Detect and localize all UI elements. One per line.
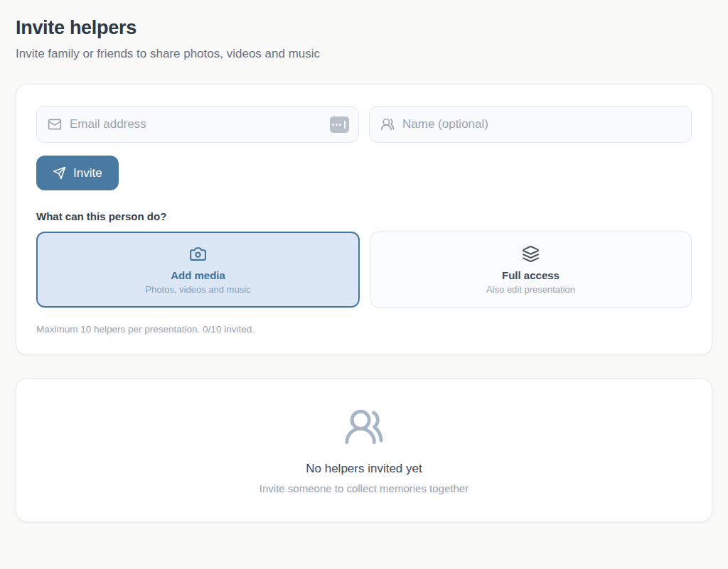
name-input[interactable] [402,117,682,131]
invite-form-card: Invite What can this person do? Add medi… [16,84,712,355]
send-icon [53,166,66,180]
option-add-media[interactable]: Add media Photos, videos and music [36,232,360,308]
helper-limit-note: Maximum 10 helpers per presentation. 0/1… [36,324,692,335]
helpers-list-card: No helpers invited yet Invite someone to… [16,378,712,522]
invite-button-label: Invite [73,166,102,180]
empty-state-subtitle: Invite someone to collect memories toget… [259,482,469,494]
name-field-wrapper [369,106,692,143]
permission-options: Add media Photos, videos and music Full … [36,232,692,308]
camera-icon [189,245,207,263]
autofill-icon[interactable] [330,116,349,133]
option-full-access[interactable]: Full access Also edit presentation [370,232,692,308]
option-title: Full access [502,269,560,281]
page-title: Invite helpers [16,17,712,39]
invite-input-row [36,106,692,143]
permissions-label: What can this person do? [36,210,692,222]
invite-helpers-page: Invite helpers Invite family or friends … [0,0,728,522]
page-subtitle: Invite family or friends to share photos… [16,47,712,61]
mail-icon [48,117,62,131]
invite-button[interactable]: Invite [36,156,119,190]
users-round-icon [343,406,385,448]
email-input[interactable] [70,117,322,131]
option-title: Add media [171,269,225,281]
users-icon [380,117,395,131]
option-subtitle: Photos, videos and music [145,284,250,295]
empty-state-title: No helpers invited yet [306,462,422,476]
layers-icon [522,245,540,263]
option-subtitle: Also edit presentation [486,284,575,295]
email-field-wrapper [36,106,359,143]
